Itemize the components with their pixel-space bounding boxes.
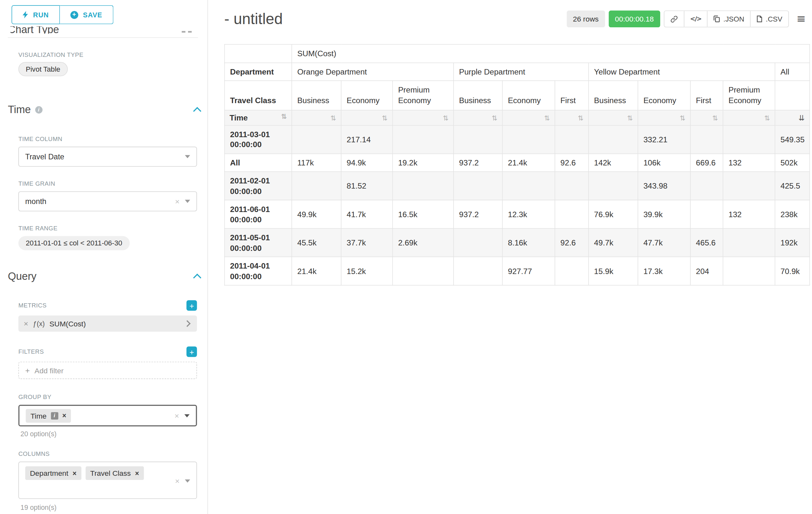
- pivot-data-row: 2011-04-01 00:00:0021.4k15.2k927.7715.9k…: [225, 257, 810, 285]
- chevron-down-icon: [185, 479, 190, 483]
- time-section-title: Time: [8, 104, 31, 116]
- group-by-select[interactable]: Time i × ×: [18, 405, 197, 426]
- columns-chip[interactable]: Travel Class ×: [85, 466, 143, 480]
- travel-class-label: Travel Class: [225, 81, 292, 110]
- columns-options-hint: 19 option(s): [21, 504, 197, 512]
- filters-label-row: FILTERS +: [18, 346, 197, 357]
- sort-icon[interactable]: ⇅: [281, 113, 287, 122]
- save-button[interactable]: + SAVE: [60, 5, 114, 24]
- clear-icon[interactable]: ×: [175, 197, 179, 206]
- sort-cell: ⇅: [638, 110, 691, 125]
- info-icon: i: [51, 412, 58, 419]
- export-json-button[interactable]: .JSON: [707, 11, 750, 27]
- value-cell: 92.6: [555, 229, 589, 257]
- chart-title[interactable]: - untitled: [224, 10, 283, 28]
- value-cell: [502, 125, 555, 154]
- value-cell: [690, 125, 723, 154]
- remove-chip-icon[interactable]: ×: [135, 469, 139, 477]
- chevron-up-icon[interactable]: [193, 274, 201, 282]
- value-cell: [555, 172, 589, 200]
- department-group-header: Yellow Department: [589, 63, 775, 81]
- add-metric-button[interactable]: +: [186, 300, 197, 310]
- group-by-chip[interactable]: Time i ×: [26, 409, 71, 423]
- view-query-button[interactable]: </>: [684, 11, 707, 27]
- value-cell: [555, 125, 589, 154]
- add-filter-label: Add filter: [35, 366, 63, 375]
- travel-class-header: First: [555, 81, 589, 110]
- clear-icon[interactable]: ×: [175, 477, 179, 485]
- sort-cell: ⇅: [723, 110, 775, 125]
- sort-icon[interactable]: ⇅: [712, 114, 718, 122]
- value-cell: [589, 125, 638, 154]
- value-cell: 17.3k: [638, 257, 691, 285]
- columns-select[interactable]: Department × Travel Class × ×: [18, 462, 197, 499]
- value-cell: [292, 172, 341, 200]
- lightning-icon: [23, 11, 28, 18]
- time-section-header[interactable]: Time i: [8, 104, 200, 116]
- export-csv-label: .CSV: [766, 15, 782, 23]
- value-cell: 92.6: [555, 154, 589, 171]
- add-filter-button[interactable]: + Add filter: [18, 362, 197, 379]
- sort-cell: ⇅: [502, 110, 555, 125]
- row-header: 2011-02-01 00:00:00: [225, 172, 292, 200]
- chevron-right-icon[interactable]: [184, 320, 191, 327]
- link-icon: [670, 15, 678, 23]
- sort-icon[interactable]: ⇅: [382, 114, 388, 122]
- plus-circle-icon: +: [70, 11, 78, 19]
- clear-icon[interactable]: ×: [175, 411, 179, 420]
- pivot-data-row: 2011-02-01 00:00:0081.52343.98425.5: [225, 172, 810, 200]
- share-button-group: </> .JSON .CSV: [664, 10, 789, 27]
- export-csv-button[interactable]: .CSV: [750, 11, 788, 27]
- value-cell: 465.6: [690, 229, 723, 257]
- short-link-button[interactable]: [664, 11, 684, 27]
- group-by-options-hint: 20 option(s): [21, 430, 197, 438]
- time-grain-select[interactable]: month ×: [18, 191, 197, 211]
- value-cell: [454, 172, 502, 200]
- department-group-header: Purple Department: [454, 63, 589, 81]
- value-cell: 425.5: [775, 172, 810, 200]
- remove-chip-icon[interactable]: ×: [62, 411, 66, 420]
- value-cell: 21.4k: [502, 154, 555, 171]
- control-panel: RUN + SAVE Chart Type VISUALIZATION TYPE…: [0, 0, 208, 514]
- explore-view: RUN + SAVE Chart Type VISUALIZATION TYPE…: [0, 0, 812, 514]
- chart-type-section-header: Chart Type: [10, 26, 197, 34]
- columns-chip[interactable]: Department ×: [25, 466, 82, 480]
- sort-icon[interactable]: ⇅: [627, 114, 633, 122]
- sort-icon[interactable]: ⇅: [330, 114, 336, 122]
- value-cell: 502k: [775, 154, 810, 171]
- run-button[interactable]: RUN: [11, 5, 60, 24]
- value-cell: 217.14: [341, 125, 393, 154]
- chevron-down-icon: [185, 200, 190, 203]
- value-cell: 117k: [292, 154, 341, 171]
- sort-descending-icon[interactable]: ⇊: [799, 114, 805, 122]
- run-save-button-group: RUN + SAVE: [11, 5, 113, 24]
- sort-icon[interactable]: ⇅: [680, 114, 686, 122]
- menu-icon: ≡: [796, 12, 806, 25]
- time-column-value: Travel Date: [25, 153, 64, 161]
- time-column-label: TIME COLUMN: [18, 136, 197, 142]
- remove-chip-icon[interactable]: ×: [72, 469, 77, 477]
- sort-icon[interactable]: ⇅: [764, 114, 770, 122]
- visualization-type-value[interactable]: Pivot Table: [18, 62, 67, 76]
- value-cell: [454, 125, 502, 154]
- sort-icon[interactable]: ⇅: [492, 114, 497, 122]
- chart-menu-button[interactable]: ≡: [792, 10, 810, 27]
- remove-metric-icon[interactable]: ×: [24, 319, 28, 328]
- sort-icon[interactable]: ⇅: [544, 114, 550, 122]
- time-range-value[interactable]: 2011-01-01 ≤ col < 2011-06-30: [18, 236, 129, 250]
- query-section-header[interactable]: Query: [8, 270, 200, 282]
- sort-icon[interactable]: ⇅: [443, 114, 449, 122]
- metric-chip[interactable]: × ƒ(x) SUM(Cost): [18, 316, 197, 332]
- value-cell: 927.77: [502, 257, 555, 285]
- add-filter-plus-button[interactable]: +: [186, 346, 197, 357]
- chevron-up-icon[interactable]: [193, 107, 201, 115]
- value-cell: 132: [723, 200, 775, 228]
- value-cell: [292, 125, 341, 154]
- value-cell: 15.2k: [341, 257, 393, 285]
- sort-icon[interactable]: ⇅: [578, 114, 583, 122]
- travel-class-header: Economy: [341, 81, 393, 110]
- pivot-data-row: All117k94.9k19.2k937.221.4k92.6142k106k6…: [225, 154, 810, 171]
- value-cell: [690, 200, 723, 228]
- time-column-select[interactable]: Travel Date: [18, 147, 197, 167]
- pivot-corner-cell: [225, 44, 292, 62]
